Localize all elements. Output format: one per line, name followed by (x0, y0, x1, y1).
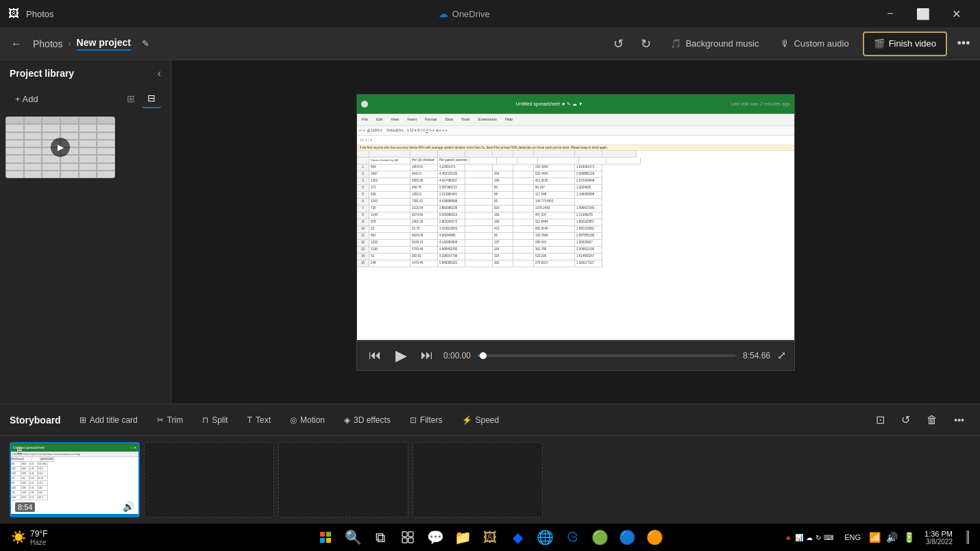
play-button[interactable]: ▶ (391, 346, 411, 365)
fullscreen-button[interactable]: ⤢ (777, 349, 786, 362)
back-button[interactable]: ← (5, 33, 27, 55)
maximize-button[interactable]: ⬜ (907, 3, 939, 24)
system-tray-icons[interactable]: 🔺 📊 ☁ ↻ ⌨ (780, 525, 837, 550)
library-video-item[interactable]: ▶ (5, 117, 115, 178)
file-tab: File (360, 117, 370, 122)
rotate-button[interactable]: ↺ (895, 410, 916, 430)
tray-up-arrow-icon: 🔺 (784, 534, 792, 541)
delete-button[interactable]: 🗑 (920, 410, 944, 430)
weather-widget[interactable]: ☀️ 79°F Haze (5, 525, 53, 550)
edge-button[interactable] (560, 525, 585, 550)
chrome-button[interactable]: 🌐 (532, 525, 557, 550)
app-icon-3[interactable]: 🟠 (642, 525, 667, 550)
dropbox-button[interactable]: ◆ (505, 525, 530, 550)
sync-tray-icon: ↻ (816, 534, 821, 541)
crop-button[interactable]: ⊡ (870, 410, 891, 430)
speed-icon: ⚡ (462, 415, 472, 425)
chat-button[interactable]: 💬 (423, 525, 448, 550)
storyboard-area: Storyboard ⊞ Add title card ✂ Trim ⊓ Spl… (0, 404, 980, 524)
add-title-card-button[interactable]: ⊞ Add title card (72, 410, 145, 430)
window-dot-1 (361, 101, 368, 108)
widgets-button[interactable] (395, 525, 420, 550)
weather-temperature: 79°F (30, 529, 47, 539)
split-button[interactable]: ⊓ Split (195, 410, 235, 430)
3d-effects-button[interactable]: ◈ 3D effects (336, 410, 398, 430)
storyboard-placeholder-1 (144, 442, 274, 517)
clip-progress-indicator (11, 514, 138, 516)
time-display: 1:36 PM (924, 530, 953, 538)
video-preview-window: Untitled spreadsheet ★ ✎ ☁ ▼ Last edit w… (356, 94, 795, 341)
speed-button[interactable]: ⚡ Speed (454, 410, 507, 430)
play-overlay-icon: ▶ (51, 138, 70, 157)
minimize-button[interactable]: − (874, 3, 906, 24)
storyboard-placeholder-2 (278, 442, 408, 517)
app-bar: ← Photos › New project ✎ ↺ ↻ 🎵 Backgroun… (0, 27, 980, 60)
text-label: Text (256, 415, 271, 425)
playback-progress-bar[interactable] (478, 354, 736, 357)
edit-project-name-button[interactable]: ✎ (136, 34, 156, 53)
svg-rect-5 (408, 532, 413, 537)
spreadsheet-ribbon: File Edit View Insert Format Data Tools … (357, 114, 794, 126)
data-tab: Data (443, 117, 455, 122)
view-toggle: ⊞ ⊟ (121, 89, 161, 108)
close-button[interactable]: ✕ (940, 3, 972, 24)
redo-button[interactable]: ↻ (635, 33, 657, 55)
breadcrumb-project-name: New project (77, 37, 131, 51)
volume-icon[interactable]: 🔊 (885, 532, 899, 543)
custom-audio-label: Custom audio (794, 38, 848, 49)
battery-icon[interactable]: 🔋 (902, 532, 916, 543)
onedrive-icon: ☁ (439, 8, 448, 19)
file-explorer-button[interactable]: 📁 (450, 525, 475, 550)
svg-rect-7 (408, 538, 413, 543)
app-icon-2[interactable]: 🔵 (615, 525, 639, 550)
spreadsheet-window-header: Untitled spreadsheet ★ ✎ ☁ ▼ Last edit w… (357, 95, 794, 114)
library-collapse-button[interactable]: ‹ (158, 67, 161, 79)
language-indicator[interactable]: ENG (840, 533, 865, 541)
list-view-button[interactable]: ⊟ (142, 89, 161, 108)
onedrive-area: ☁ OneDrive (439, 8, 490, 19)
trim-label: Trim (167, 415, 184, 425)
svg-rect-2 (320, 538, 325, 543)
project-library: Project library ‹ + Add ⊞ ⊟ (0, 60, 171, 404)
breadcrumb-separator: › (69, 39, 71, 49)
filters-button[interactable]: ⊡ Filters (402, 410, 450, 430)
grid-view-button[interactable]: ⊞ (121, 89, 140, 108)
skip-back-button[interactable]: ⏮ (365, 346, 384, 365)
svg-rect-6 (402, 538, 407, 543)
storyboard-clip-1[interactable]: Untitled spreadsheet □ ✕ File Edit View … (10, 442, 140, 517)
taskbar-left: ☀️ 79°F Haze (5, 525, 53, 550)
motion-button[interactable]: ◎ Motion (282, 410, 332, 430)
skip-forward-button[interactable]: ⏭ (417, 346, 437, 365)
task-view-button[interactable]: ⧉ (368, 525, 393, 550)
split-label: Split (212, 415, 228, 425)
trim-button[interactable]: ✂ Trim (149, 410, 191, 430)
finish-video-button[interactable]: 🎬 Finish video (863, 32, 947, 56)
custom-audio-button[interactable]: 🎙 Custom audio (772, 33, 857, 55)
text-button[interactable]: T Text (240, 410, 278, 430)
formula-bar: A1 ▾ | fx (357, 136, 794, 145)
spreadsheet-header-row: MOd Record QA RECORD (357, 151, 794, 158)
add-media-button[interactable]: + Add (10, 91, 44, 107)
help-tab: Help (503, 117, 515, 122)
3d-effects-label: 3D effects (354, 415, 391, 425)
clip-audio-icon: 🔊 (123, 501, 134, 512)
total-duration-display: 8:54.66 (743, 351, 770, 360)
more-options-button[interactable]: ••• (953, 33, 975, 55)
start-button[interactable] (313, 525, 338, 550)
finish-icon: 🎬 (874, 38, 885, 49)
storyboard-more-button[interactable]: ••• (948, 410, 970, 430)
photos-taskbar-button[interactable]: 🖼 (478, 525, 502, 550)
motion-label: Motion (300, 415, 325, 425)
show-desktop-button[interactable] (961, 525, 975, 550)
clock[interactable]: 1:36 PM 3/8/2022 (919, 530, 958, 546)
background-music-button[interactable]: 🎵 Background music (662, 33, 767, 55)
undo-button[interactable]: ↺ (607, 33, 629, 55)
split-icon: ⊓ (202, 415, 208, 425)
search-button[interactable]: 🔍 (341, 525, 365, 550)
app-icon-1[interactable]: 🟢 (587, 525, 612, 550)
text-tool-icon: T (247, 415, 252, 425)
weather-info: 79°F Haze (30, 529, 47, 546)
library-title: Project library (10, 68, 74, 79)
taskbar: ☀️ 79°F Haze 🔍 ⧉ 💬 � (0, 524, 980, 551)
wifi-icon[interactable]: 📶 (868, 532, 882, 543)
